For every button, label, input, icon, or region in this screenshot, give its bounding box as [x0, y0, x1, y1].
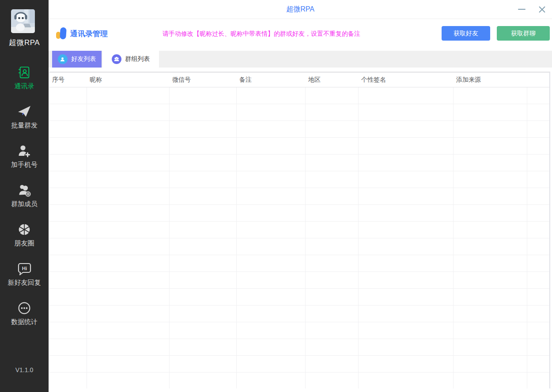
sidebar-nav: 通讯录批量群发加手机号群加成员朋友圈Hi新好友回复数据统计 — [0, 65, 49, 340]
table-cell — [454, 289, 527, 305]
table-cell — [87, 171, 170, 188]
table-cell — [170, 272, 237, 288]
table-cell — [454, 121, 527, 137]
table-cell — [170, 87, 237, 104]
users-icon — [112, 54, 121, 64]
table-cell — [306, 305, 359, 322]
table-cell — [87, 272, 170, 288]
table-row — [49, 305, 549, 322]
table-cell — [359, 121, 454, 137]
table-cell — [49, 356, 87, 372]
column-header: 地区 — [306, 76, 359, 84]
get-friends-button[interactable]: 获取好友 — [442, 26, 490, 41]
sidebar-item-bulk-send[interactable]: 批量群发 — [0, 105, 49, 144]
table-row — [49, 272, 549, 289]
table-row — [49, 322, 549, 339]
table-row — [49, 188, 549, 205]
table-cell — [237, 104, 306, 121]
tab-strip: 好友列表群组列表 — [49, 51, 552, 68]
tab-friend-list[interactable]: 好友列表 — [52, 51, 102, 68]
sidebar-item-add-phone[interactable]: 加手机号 — [0, 144, 49, 183]
table-cell — [170, 171, 237, 188]
table-cell — [87, 238, 170, 255]
table-cell — [49, 87, 87, 104]
table-cell — [306, 205, 359, 221]
stats-dots-icon — [17, 301, 31, 315]
close-button[interactable] — [533, 0, 551, 19]
table-row — [49, 238, 549, 255]
table-cell — [454, 87, 527, 104]
robot-avatar — [11, 9, 35, 33]
app-version: V1.1.0 — [0, 366, 49, 373]
get-groups-button[interactable]: 获取群聊 — [497, 26, 550, 41]
table-cell — [454, 272, 527, 288]
sidebar-item-label: 新好友回复 — [0, 279, 49, 287]
table-cell-spacer — [527, 255, 549, 271]
table-cell — [454, 238, 527, 255]
table-cell-spacer — [527, 339, 549, 355]
window-title: 超微RPA — [49, 0, 552, 19]
tab-label: 好友列表 — [72, 55, 96, 63]
content-header: 通讯录管理 请手动修改【昵称过长、昵称中带表情】的群或好友，设置不重复的备注 获… — [49, 19, 552, 51]
minimize-icon — [518, 9, 526, 10]
table-cell — [87, 121, 170, 137]
notice-text: 请手动修改【昵称过长、昵称中带表情】的群或好友，设置不重复的备注 — [163, 30, 360, 38]
column-header: 序号 — [49, 76, 87, 84]
sidebar-item-contacts[interactable]: 通讯录 — [0, 65, 49, 105]
table-cell-spacer — [527, 121, 549, 137]
page-title: 通讯录管理 — [70, 29, 108, 39]
table-cell — [359, 322, 454, 339]
tab-label: 群组列表 — [125, 55, 150, 63]
table-cell — [454, 138, 527, 154]
table-cell — [170, 356, 237, 372]
table-cell — [359, 373, 454, 388]
sidebar-item-data-stats[interactable]: 数据统计 — [0, 301, 49, 340]
sidebar-item-label: 群加成员 — [0, 200, 49, 208]
table-cell — [49, 138, 87, 154]
table-cell — [170, 155, 237, 171]
sidebar-item-group-add-member[interactable]: 群加成员 — [0, 183, 49, 222]
table-cell — [306, 322, 359, 339]
table-cell — [87, 205, 170, 221]
sidebar-item-label: 加手机号 — [0, 161, 49, 169]
table-cell — [170, 205, 237, 221]
table-cell — [170, 339, 237, 355]
table-cell — [237, 205, 306, 221]
table-cell — [87, 87, 170, 104]
table-cell — [359, 155, 454, 171]
sidebar: 超微RPA 通讯录批量群发加手机号群加成员朋友圈Hi新好友回复数据统计 V1.1… — [0, 0, 49, 392]
table-cell — [87, 155, 170, 171]
table-cell — [306, 373, 359, 388]
person-add-icon — [17, 144, 31, 158]
module-logo-icon — [56, 26, 68, 41]
table-cell — [87, 356, 170, 372]
table-row — [49, 222, 549, 238]
table-cell-spacer — [527, 238, 549, 255]
table-cell — [49, 322, 87, 339]
table-cell — [87, 373, 170, 388]
table-cell — [49, 121, 87, 137]
sidebar-item-moments[interactable]: 朋友圈 — [0, 222, 49, 262]
table-row — [49, 138, 549, 155]
table-cell — [87, 188, 170, 204]
titlebar: 超微RPA — [49, 0, 552, 19]
table-cell — [49, 289, 87, 305]
minimize-button[interactable] — [512, 0, 531, 19]
sidebar-item-new-friend-reply[interactable]: Hi新好友回复 — [0, 262, 49, 301]
table-cell — [359, 339, 454, 355]
tab-group-list[interactable]: 群组列表 — [102, 51, 159, 68]
table-cell-spacer — [527, 138, 549, 154]
table-cell — [454, 104, 527, 121]
table-cell — [87, 222, 170, 238]
table-cell — [49, 373, 87, 388]
table-cell — [49, 104, 87, 121]
table-row — [49, 289, 549, 305]
table-row — [49, 356, 549, 373]
table-cell — [87, 289, 170, 305]
table-cell — [87, 255, 170, 271]
table-cell-spacer — [527, 373, 549, 388]
table-header-row: 序号昵称微信号备注地区个性签名添加来源 — [49, 73, 549, 87]
table-cell — [237, 356, 306, 372]
table-cell — [170, 138, 237, 154]
table-cell — [49, 305, 87, 322]
